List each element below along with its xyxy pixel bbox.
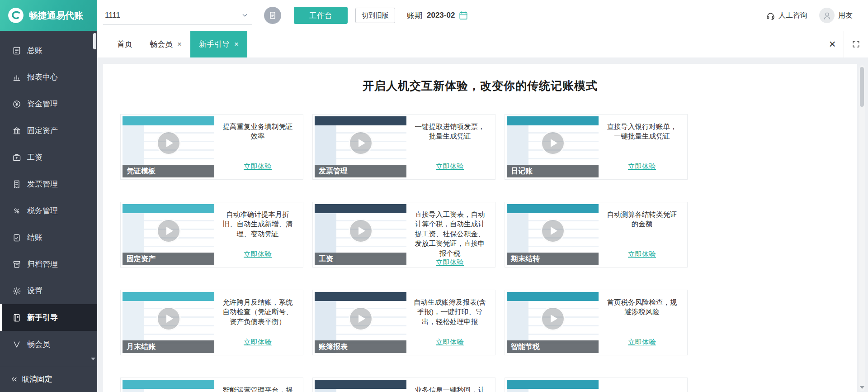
- sidebar-item[interactable]: 结账: [0, 224, 97, 251]
- sidebar-item-label: 税务管理: [27, 206, 58, 216]
- video-thumbnail[interactable]: 固定资产: [123, 204, 214, 265]
- sidebar-item[interactable]: 固定资产: [0, 117, 97, 144]
- tab-label: 首页: [117, 39, 132, 49]
- sidebar-item-label: 资金管理: [27, 99, 58, 109]
- card-description: 业务信息一键秒回，让客: [413, 385, 487, 392]
- card-description: 直接导入工资表，自动计算个税，自动生成计提工资、社保公积金、发放工资凭证，直接申…: [413, 210, 487, 258]
- video-thumbnail[interactable]: [315, 380, 406, 392]
- thumbnail-label: 月末结账: [123, 340, 214, 353]
- sidebar-scrollbar-thumb[interactable]: [93, 33, 96, 49]
- card-info: 智能运营管理平台，提升: [214, 380, 301, 392]
- play-icon[interactable]: [349, 306, 373, 331]
- sidebar-item[interactable]: 报表中心: [0, 64, 97, 91]
- video-thumbnail[interactable]: [123, 380, 214, 392]
- video-thumbnail[interactable]: 日记账: [507, 116, 599, 177]
- account-select[interactable]: 1111: [103, 6, 252, 25]
- tab-label: 畅会员: [150, 39, 173, 49]
- thumbnail-label: 固定资产: [123, 253, 214, 265]
- video-thumbnail[interactable]: 工资: [315, 204, 406, 265]
- try-now-link[interactable]: 立即体验: [628, 162, 656, 172]
- video-thumbnail[interactable]: 智能节税: [507, 292, 599, 353]
- thumbnail-label: 期末结转: [507, 253, 599, 265]
- archive-icon: [12, 260, 21, 269]
- video-thumbnail[interactable]: 账簿报表: [315, 292, 406, 353]
- sidebar-item-label: 固定资产: [27, 125, 58, 136]
- brand-logo-icon: [7, 7, 24, 24]
- period-value[interactable]: 2023-02: [427, 11, 455, 20]
- try-now-link[interactable]: 立即体验: [436, 338, 464, 347]
- user-menu[interactable]: 用友: [819, 8, 853, 23]
- try-now-link[interactable]: 立即体验: [244, 338, 272, 347]
- video-thumbnail[interactable]: [507, 380, 599, 392]
- thumbnail-label: 发票管理: [315, 165, 406, 177]
- try-now-link[interactable]: 立即体验: [436, 162, 464, 172]
- sidebar-item-label: 报表中心: [27, 72, 58, 82]
- main-scrollbar[interactable]: [859, 65, 865, 391]
- sidebar-item[interactable]: 总账: [0, 37, 97, 64]
- scroll-down-icon[interactable]: [860, 386, 864, 389]
- card-info: [599, 380, 685, 392]
- tab[interactable]: 首页: [108, 31, 141, 57]
- brand-logo[interactable]: 畅捷通易代账: [0, 0, 97, 31]
- tab[interactable]: 新手引导: [190, 31, 247, 57]
- card-info: 一键提取进销项发票，批量生成凭证 立即体验: [406, 116, 493, 177]
- feature-card: 智能节税 首页税务风险检查，规避涉税风险 立即体验: [505, 290, 688, 355]
- tab-close-icon[interactable]: [234, 40, 239, 48]
- video-thumbnail[interactable]: 期末结转: [507, 204, 599, 265]
- chevron-down-icon: [241, 11, 249, 19]
- user-icon: [822, 11, 832, 20]
- sidebar-item[interactable]: 资金管理: [0, 91, 97, 117]
- card-description: 自动生成账簿及报表(含季报)，一键打印、导出，轻松处理申报: [413, 297, 487, 326]
- unpin-label: 取消固定: [22, 374, 52, 384]
- card-info: 直接导入工资表，自动计算个税，自动生成计提工资、社保公积金、发放工资凭证，直接申…: [406, 204, 493, 265]
- sidebar-item[interactable]: 新手引导: [0, 304, 97, 331]
- play-icon[interactable]: [156, 306, 181, 331]
- sidebar-item-label: 设置: [27, 286, 42, 296]
- sidebar-item[interactable]: 发票管理: [0, 171, 97, 197]
- video-thumbnail[interactable]: 月末结账: [123, 292, 214, 353]
- close-icon[interactable]: [821, 31, 844, 57]
- sidebar-scroll-down-icon[interactable]: [91, 358, 95, 360]
- try-now-link[interactable]: 立即体验: [244, 250, 272, 259]
- old-version-button[interactable]: 切到旧版: [355, 8, 395, 23]
- card-description: 智能运营管理平台，提升: [221, 385, 295, 392]
- invoice-icon: [12, 180, 21, 189]
- tab-close-icon[interactable]: [177, 40, 182, 48]
- sidebar-item[interactable]: 设置: [0, 277, 97, 304]
- calendar-icon[interactable]: [458, 10, 468, 20]
- unpin-button[interactable]: 取消固定: [0, 366, 97, 392]
- thumbnail-label: 账簿报表: [315, 340, 406, 353]
- page-title: 开启人机交互新体验，改变你的传统记账模式: [103, 78, 857, 93]
- sidebar-item[interactable]: 畅会员: [0, 331, 97, 358]
- card-description: 直接导入银行对账单，一键批量生成凭证: [605, 122, 679, 141]
- play-icon[interactable]: [349, 131, 373, 155]
- settings-icon: [12, 287, 21, 296]
- sidebar-item[interactable]: 税务管理: [0, 197, 97, 224]
- try-now-link[interactable]: 立即体验: [436, 258, 464, 268]
- fullscreen-icon[interactable]: [844, 31, 868, 57]
- try-now-link[interactable]: 立即体验: [628, 338, 656, 347]
- play-icon[interactable]: [541, 219, 565, 243]
- try-now-link[interactable]: 立即体验: [244, 162, 272, 172]
- tab[interactable]: 畅会员: [141, 31, 190, 57]
- card-description: 首页税务风险检查，规避涉税风险: [605, 297, 679, 317]
- play-icon[interactable]: [541, 131, 565, 155]
- ledger-icon: [12, 46, 21, 55]
- sidebar-item[interactable]: 归档管理: [0, 251, 97, 277]
- workbench-button[interactable]: 工作台: [294, 7, 348, 24]
- play-icon[interactable]: [541, 306, 565, 331]
- sidebar-item-label: 新手引导: [27, 312, 58, 323]
- document-badge-icon[interactable]: [264, 7, 281, 24]
- play-icon[interactable]: [349, 219, 373, 243]
- video-thumbnail[interactable]: 发票管理: [315, 116, 406, 177]
- try-now-link[interactable]: 立即体验: [628, 250, 656, 259]
- main-scrollbar-thumb[interactable]: [860, 67, 864, 107]
- sidebar-item-label: 结账: [27, 232, 42, 243]
- video-thumbnail[interactable]: 凭证模板: [123, 116, 214, 177]
- sidebar-item-label: 发票管理: [27, 179, 58, 189]
- sidebar-item[interactable]: 工资: [0, 144, 97, 171]
- tab-actions: [821, 31, 868, 57]
- support-link[interactable]: 人工咨询: [766, 11, 807, 20]
- play-icon[interactable]: [156, 219, 181, 243]
- play-icon[interactable]: [156, 131, 181, 155]
